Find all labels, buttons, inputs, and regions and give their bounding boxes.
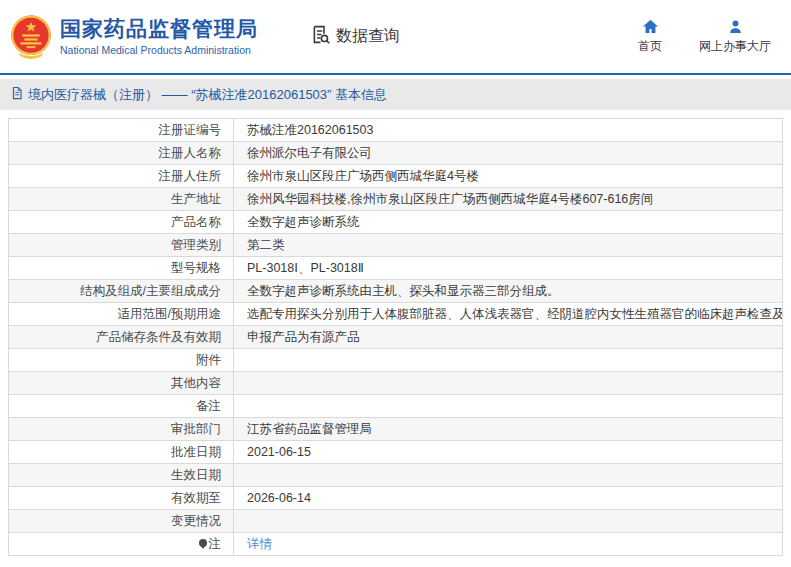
breadcrumb: 境内医疗器械（注册） —— “苏械注准20162061503” 基本信息 — [28, 86, 387, 104]
row-label: 注册证编号 — [9, 119, 234, 142]
row-label: 产品储存条件及有效期 — [9, 326, 234, 349]
row-value: 徐州风华园科技楼,徐州市泉山区段庄广场西侧西城华庭4号楼607-616房间 — [234, 188, 783, 211]
table-row: 产品储存条件及有效期申报产品为有源产品 — [9, 326, 783, 349]
org-name-en: National Medical Products Administration — [60, 44, 258, 56]
row-value: 徐州派尔电子有限公司 — [234, 142, 783, 165]
table-row: 变更情况 — [9, 510, 783, 533]
row-label: 生产地址 — [9, 188, 234, 211]
table-row: 附件 — [9, 349, 783, 372]
row-value: 第二类 — [234, 234, 783, 257]
table-row: 注册证编号苏械注准20162061503 — [9, 119, 783, 142]
row-label: 注册人住所 — [9, 165, 234, 188]
home-icon — [642, 18, 659, 35]
table-row: 注详情 — [9, 533, 783, 556]
table-row: 型号规格PL-3018Ⅰ、PL-3018Ⅱ — [9, 257, 783, 280]
detail-link[interactable]: 详情 — [247, 537, 272, 551]
row-label: 注册人名称 — [9, 142, 234, 165]
nav-item-label: 首页 — [638, 38, 662, 55]
row-label: 附件 — [9, 349, 234, 372]
table-row: 适用范围/预期用途选配专用探头分别用于人体腹部脏器、人体浅表器官、经阴道腔内女性… — [9, 303, 783, 326]
row-value: 申报产品为有源产品 — [234, 326, 783, 349]
table-row: 批准日期2021-06-15 — [9, 441, 783, 464]
row-label: 备注 — [9, 395, 234, 418]
table-row: 注册人住所徐州市泉山区段庄广场西侧西城华庭4号楼 — [9, 165, 783, 188]
row-value — [234, 372, 783, 395]
document-icon — [10, 86, 24, 104]
row-value — [234, 510, 783, 533]
table-row: 注册人名称徐州派尔电子有限公司 — [9, 142, 783, 165]
row-value: 选配专用探头分别用于人体腹部脏器、人体浅表器官、经阴道腔内女性生殖器官的临床超声… — [234, 303, 783, 326]
table-row: 生效日期 — [9, 464, 783, 487]
row-label: 型号规格 — [9, 257, 234, 280]
info-table-body: 注册证编号苏械注准20162061503注册人名称徐州派尔电子有限公司注册人住所… — [9, 119, 783, 556]
row-value: 江苏省药品监督管理局 — [234, 418, 783, 441]
row-label: 结构及组成/主要组成成分 — [9, 280, 234, 303]
row-value: 详情 — [234, 533, 783, 556]
nav-item-label: 网上办事大厅 — [699, 38, 771, 55]
row-value — [234, 464, 783, 487]
national-emblem-logo — [10, 14, 52, 60]
org-name-cn: 国家药品监督管理局 — [60, 17, 258, 41]
table-row: 有效期至2026-06-14 — [9, 487, 783, 510]
table-row: 管理类别第二类 — [9, 234, 783, 257]
org-title-block: 国家药品监督管理局 National Medical Products Admi… — [60, 17, 258, 56]
row-label: 有效期至 — [9, 487, 234, 510]
table-row: 生产地址徐州风华园科技楼,徐州市泉山区段庄广场西侧西城华庭4号楼607-616房… — [9, 188, 783, 211]
row-value: PL-3018Ⅰ、PL-3018Ⅱ — [234, 257, 783, 280]
row-label: 审批部门 — [9, 418, 234, 441]
row-value — [234, 395, 783, 418]
data-query-section: 数据查询 — [310, 24, 400, 49]
person-icon — [727, 18, 744, 35]
note-icon — [199, 539, 207, 549]
breadcrumb-bar: 境内医疗器械（注册） —— “苏械注准20162061503” 基本信息 — [0, 79, 791, 110]
data-query-icon — [310, 24, 331, 49]
row-label: 产品名称 — [9, 211, 234, 234]
row-label: 批准日期 — [9, 441, 234, 464]
header-nav: 首页 网上办事大厅 — [629, 18, 771, 55]
row-label: 注 — [9, 533, 234, 556]
nav-item-service-hall[interactable]: 网上办事大厅 — [699, 18, 771, 55]
row-value: 全数字超声诊断系统 — [234, 211, 783, 234]
nav-item-home[interactable]: 首页 — [629, 18, 671, 55]
row-value: 2026-06-14 — [234, 487, 783, 510]
table-row: 产品名称全数字超声诊断系统 — [9, 211, 783, 234]
row-value: 全数字超声诊断系统由主机、探头和显示器三部分组成。 — [234, 280, 783, 303]
row-label: 其他内容 — [9, 372, 234, 395]
row-label: 适用范围/预期用途 — [9, 303, 234, 326]
row-value: 2021-06-15 — [234, 441, 783, 464]
row-value: 徐州市泉山区段庄广场西侧西城华庭4号楼 — [234, 165, 783, 188]
row-label: 变更情况 — [9, 510, 234, 533]
row-label: 生效日期 — [9, 464, 234, 487]
info-table: 注册证编号苏械注准20162061503注册人名称徐州派尔电子有限公司注册人住所… — [8, 118, 783, 556]
table-row: 其他内容 — [9, 372, 783, 395]
page-header: 国家药品监督管理局 National Medical Products Admi… — [0, 0, 791, 75]
row-label: 管理类别 — [9, 234, 234, 257]
data-query-title: 数据查询 — [336, 26, 400, 47]
table-row: 结构及组成/主要组成成分全数字超声诊断系统由主机、探头和显示器三部分组成。 — [9, 280, 783, 303]
row-value — [234, 349, 783, 372]
table-row: 审批部门江苏省药品监督管理局 — [9, 418, 783, 441]
table-row: 备注 — [9, 395, 783, 418]
row-value: 苏械注准20162061503 — [234, 119, 783, 142]
